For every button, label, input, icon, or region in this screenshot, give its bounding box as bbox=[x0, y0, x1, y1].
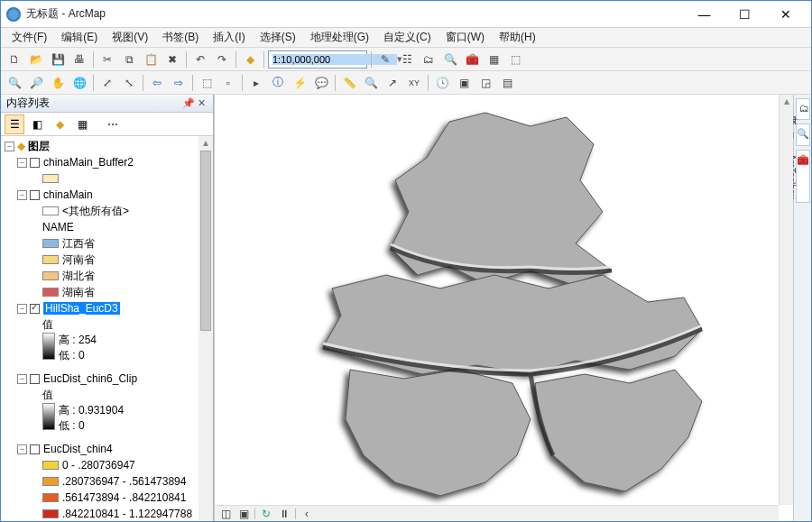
layer-chinamain-buffer2[interactable]: chinaMain_Buffer2 bbox=[43, 156, 134, 169]
pin-icon[interactable]: 📌 bbox=[182, 97, 195, 109]
symbol-swatch[interactable] bbox=[42, 477, 59, 486]
new-button[interactable]: 🗋 bbox=[5, 50, 24, 69]
open-button[interactable]: 📂 bbox=[26, 50, 46, 69]
clear-selection-button[interactable]: ▫ bbox=[218, 73, 238, 93]
maximize-button[interactable]: ☐ bbox=[724, 2, 765, 27]
menu-view[interactable]: 视图(V) bbox=[105, 28, 155, 47]
print-button[interactable]: 🖶 bbox=[69, 50, 89, 69]
list-by-selection-button[interactable]: ▦ bbox=[72, 114, 92, 134]
map-vertical-scrollbar[interactable]: ▴ bbox=[779, 95, 793, 505]
search-button[interactable]: 🔍 bbox=[440, 50, 460, 69]
menu-windows[interactable]: 窗口(W) bbox=[438, 28, 492, 47]
model-button[interactable]: ⬚ bbox=[505, 50, 525, 69]
toc-button[interactable]: ☷ bbox=[397, 50, 417, 69]
undo-button[interactable]: ↶ bbox=[190, 50, 210, 69]
find-route-button[interactable]: ↗ bbox=[383, 73, 402, 93]
zoom-in-button[interactable]: 🔍 bbox=[5, 73, 24, 93]
menu-file[interactable]: 文件(F) bbox=[5, 28, 54, 47]
list-by-visibility-button[interactable]: ◆ bbox=[50, 114, 69, 134]
expand-icon[interactable]: − bbox=[17, 444, 27, 454]
menu-insert[interactable]: 插入(I) bbox=[206, 28, 252, 47]
time-slider-button[interactable]: 🕓 bbox=[432, 73, 452, 93]
fixed-zoom-in-button[interactable]: ⤢ bbox=[97, 73, 117, 93]
minimize-button[interactable]: — bbox=[684, 2, 724, 27]
expand-icon[interactable]: − bbox=[17, 304, 27, 314]
identify-button[interactable]: ⓘ bbox=[268, 73, 288, 93]
menu-customize[interactable]: 自定义(C) bbox=[376, 28, 438, 47]
layer-checkbox[interactable] bbox=[30, 374, 40, 384]
toc-vertical-scrollbar[interactable]: ▴ bbox=[198, 136, 213, 521]
symbol-swatch[interactable] bbox=[42, 288, 59, 297]
refresh-button[interactable]: ↻ bbox=[259, 508, 273, 520]
save-button[interactable]: 💾 bbox=[48, 50, 68, 69]
paste-button[interactable]: 📋 bbox=[141, 50, 161, 69]
copy-button[interactable]: ⧉ bbox=[119, 50, 139, 69]
symbol-swatch[interactable] bbox=[42, 271, 59, 280]
cut-button[interactable]: ✂ bbox=[97, 50, 117, 69]
data-view-button[interactable]: ◫ bbox=[218, 508, 233, 520]
menu-geoprocessing[interactable]: 地理处理(G) bbox=[303, 28, 376, 47]
python-button[interactable]: ▦ bbox=[484, 50, 503, 69]
html-popup-button[interactable]: 💬 bbox=[311, 73, 331, 93]
prev-extent-button[interactable]: ⇦ bbox=[147, 73, 167, 93]
toolbox-button[interactable]: 🧰 bbox=[462, 50, 482, 69]
layer-eucdist-chin4[interactable]: EucDist_chin4 bbox=[43, 443, 113, 455]
close-button[interactable]: ✕ bbox=[765, 2, 806, 27]
layer-chinamain[interactable]: chinaMain bbox=[43, 188, 93, 201]
options-button[interactable]: ⋯ bbox=[103, 114, 123, 134]
symbol-swatch[interactable] bbox=[42, 461, 59, 470]
editor-toolbar-button[interactable]: ✎ bbox=[375, 50, 395, 69]
symbol-swatch[interactable] bbox=[42, 255, 59, 264]
pan-button[interactable]: ✋ bbox=[48, 73, 68, 93]
full-extent-button[interactable]: 🌐 bbox=[69, 73, 89, 93]
scroll-left-button[interactable]: ‹ bbox=[300, 508, 314, 520]
layout-view-button[interactable]: ▣ bbox=[236, 508, 251, 520]
toc-tree[interactable]: − ◆ 图层 − chinaMain_Buffer2 − chinaMain bbox=[1, 136, 198, 521]
select-features-button[interactable]: ⬚ bbox=[197, 73, 217, 93]
magnifier-button[interactable]: ◲ bbox=[475, 73, 495, 93]
close-icon[interactable]: ✕ bbox=[195, 97, 208, 109]
scale-combo[interactable]: ▾ bbox=[268, 50, 367, 69]
symbol-swatch[interactable] bbox=[42, 493, 59, 502]
menu-edit[interactable]: 编辑(E) bbox=[54, 28, 105, 47]
select-elements-button[interactable]: ▸ bbox=[246, 73, 266, 93]
menu-help[interactable]: 帮助(H) bbox=[492, 28, 543, 47]
layer-eucdist-chin6-clip[interactable]: EucDist_chin6_Clip bbox=[43, 372, 137, 385]
layer-checkbox[interactable] bbox=[30, 158, 40, 168]
delete-button[interactable]: ✖ bbox=[162, 50, 182, 69]
symbol-swatch[interactable] bbox=[42, 206, 59, 215]
list-by-source-button[interactable]: ◧ bbox=[27, 114, 47, 134]
overview-button[interactable]: ▤ bbox=[497, 73, 517, 93]
expand-icon[interactable]: − bbox=[17, 374, 27, 384]
menu-bookmarks[interactable]: 书签(B) bbox=[155, 28, 206, 47]
symbol-swatch[interactable] bbox=[42, 509, 59, 518]
add-data-button[interactable]: ◆ bbox=[240, 50, 260, 69]
expand-icon[interactable]: − bbox=[17, 158, 27, 168]
map-canvas[interactable]: ▴ ◫ ▣ ↻ ⏸ ‹ bbox=[214, 95, 793, 521]
layer-checkbox[interactable] bbox=[30, 304, 40, 314]
catalog-button[interactable]: 🗂 bbox=[419, 50, 438, 69]
zoom-out-button[interactable]: 🔎 bbox=[26, 73, 46, 93]
menu-select[interactable]: 选择(S) bbox=[253, 28, 303, 47]
redo-button[interactable]: ↷ bbox=[212, 50, 232, 69]
pause-button[interactable]: ⏸ bbox=[277, 508, 291, 520]
expand-icon[interactable]: − bbox=[17, 190, 27, 200]
expand-icon[interactable]: − bbox=[5, 142, 14, 151]
arctoolbox-tab[interactable]: 🧰ArcToolbox bbox=[796, 150, 810, 203]
fixed-zoom-out-button[interactable]: ⤡ bbox=[119, 73, 139, 93]
color-ramp[interactable] bbox=[42, 403, 55, 430]
catalog-tab[interactable]: 🗂目录 bbox=[796, 98, 810, 120]
symbol-swatch[interactable] bbox=[42, 174, 59, 183]
search-tab[interactable]: 🔍□ bbox=[796, 124, 810, 146]
layer-checkbox[interactable] bbox=[30, 190, 40, 200]
viewer-button[interactable]: ▣ bbox=[454, 73, 474, 93]
layers-root-label[interactable]: 图层 bbox=[28, 139, 50, 154]
layer-hillsha-eucd3[interactable]: HillSha_EucD3 bbox=[43, 302, 120, 315]
find-button[interactable]: 🔍 bbox=[361, 73, 381, 93]
layer-checkbox[interactable] bbox=[30, 444, 40, 454]
next-extent-button[interactable]: ⇨ bbox=[169, 73, 189, 93]
measure-button[interactable]: 📏 bbox=[339, 73, 359, 93]
color-ramp[interactable] bbox=[42, 333, 55, 360]
symbol-swatch[interactable] bbox=[42, 239, 59, 248]
list-by-drawing-button[interactable]: ☰ bbox=[5, 114, 24, 134]
